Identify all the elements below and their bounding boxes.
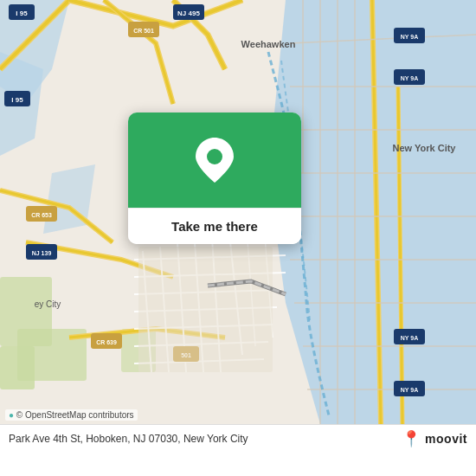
svg-text:NY 9A: NY 9A xyxy=(401,75,419,81)
svg-text:I 95: I 95 xyxy=(11,96,23,104)
svg-text:CR 653: CR 653 xyxy=(31,212,52,218)
svg-text:NJ 495: NJ 495 xyxy=(177,10,200,17)
svg-text:ey City: ey City xyxy=(35,299,61,309)
location-pin-icon xyxy=(196,138,234,183)
svg-text:New York City: New York City xyxy=(393,143,457,153)
map-container: I 95 I 95 NJ 495 CR 501 CR 653 NJ 139 CR… xyxy=(0,0,476,424)
moovit-logo: 📍 moovit xyxy=(402,429,467,448)
attribution-bar: Park Ave 4th St, Hoboken, NJ 07030, New … xyxy=(0,424,476,452)
moovit-icon: 📍 xyxy=(402,429,421,448)
svg-text:NJ 139: NJ 139 xyxy=(32,250,52,256)
svg-point-65 xyxy=(207,149,222,164)
osm-attribution: ● © OpenStreetMap contributors xyxy=(5,409,138,421)
svg-rect-64 xyxy=(138,247,273,372)
moovit-text: moovit xyxy=(425,432,467,446)
svg-text:Weehawken: Weehawken xyxy=(241,39,296,49)
svg-text:I 95: I 95 xyxy=(16,10,28,17)
location-card: Take me there xyxy=(128,113,301,244)
svg-text:CR 501: CR 501 xyxy=(133,28,154,34)
take-me-there-button[interactable]: Take me there xyxy=(128,208,301,244)
svg-text:CR 639: CR 639 xyxy=(96,339,117,345)
svg-text:NY 9A: NY 9A xyxy=(401,335,419,341)
svg-text:NY 9A: NY 9A xyxy=(401,387,419,393)
svg-rect-8 xyxy=(0,346,35,389)
osm-icon: ● xyxy=(9,410,14,420)
location-text: Park Ave 4th St, Hoboken, NJ 07030, New … xyxy=(9,433,402,445)
svg-text:NY 9A: NY 9A xyxy=(401,34,419,40)
card-green-area xyxy=(128,113,301,208)
